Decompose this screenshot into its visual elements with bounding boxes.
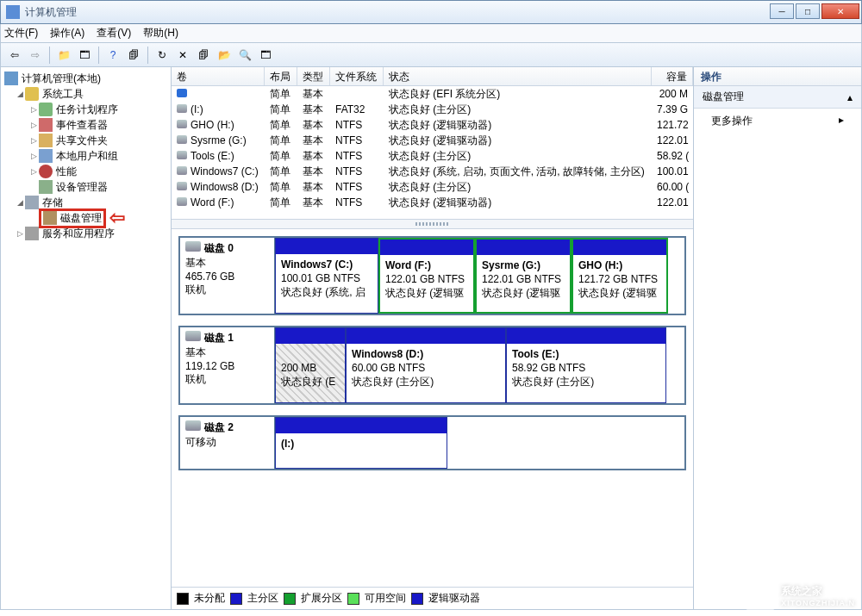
actions-header: 操作	[694, 67, 861, 86]
table-row[interactable]: 简单基本状态良好 (EFI 系统分区)200 M	[172, 86, 693, 102]
tree-systools[interactable]: ◢系统工具	[3, 86, 169, 102]
app-icon	[6, 5, 20, 19]
pane-splitter[interactable]	[172, 219, 693, 229]
delete-icon[interactable]: ✕	[174, 47, 191, 64]
disk-row[interactable]: 磁盘 0基本465.76 GB联机Windows7 (C:)100.01 GB …	[178, 236, 686, 315]
help-icon[interactable]: ?	[104, 47, 122, 64]
menu-action[interactable]: 操作(A)	[50, 26, 84, 40]
table-row[interactable]: Windows7 (C:)简单基本NTFS状态良好 (系统, 启动, 页面文件,…	[172, 164, 693, 179]
forward-button[interactable]: ⇨	[27, 47, 44, 64]
up-icon[interactable]: 📁	[55, 47, 72, 64]
disk-row[interactable]: 磁盘 2可移动(I:)	[178, 415, 686, 470]
props-icon[interactable]: 🗔	[76, 47, 93, 64]
partition[interactable]: (I:)	[275, 417, 447, 469]
chevron-right-icon: ▸	[839, 114, 844, 128]
disk-row[interactable]: 磁盘 1基本119.12 GB联机200 MB状态良好 (EWindows8 (…	[178, 326, 686, 405]
maximize-button[interactable]: □	[796, 3, 820, 19]
partition[interactable]: Tools (E:)58.92 GB NTFS状态良好 (主分区)	[506, 327, 666, 403]
legend: 未分配 主分区 扩展分区 可用空间 逻辑驱动器	[172, 587, 693, 609]
partition[interactable]: Windows8 (D:)60.00 GB NTFS状态良好 (主分区)	[346, 327, 506, 403]
col-layout[interactable]: 布局	[265, 67, 297, 85]
partition[interactable]: GHO (H:)121.72 GB NTFS状态良好 (逻辑驱	[572, 238, 668, 314]
tool2-icon[interactable]: 🗐	[195, 47, 212, 64]
table-row[interactable]: Word (F:)简单基本NTFS状态良好 (逻辑驱动器)122.01	[172, 195, 693, 210]
nav-tree[interactable]: 计算机管理(本地) ◢系统工具 ▷任务计划程序 ▷事件查看器 ▷共享文件夹 ▷本…	[1, 67, 172, 609]
tree-task[interactable]: ▷任务计划程序	[3, 102, 169, 117]
menu-view[interactable]: 查看(V)	[97, 26, 131, 40]
collapse-icon[interactable]: ▴	[847, 91, 853, 103]
col-volume[interactable]: 卷	[172, 67, 265, 85]
disk-layout-view[interactable]: 磁盘 0基本465.76 GB联机Windows7 (C:)100.01 GB …	[172, 229, 693, 587]
minimize-button[interactable]: ─	[770, 3, 794, 19]
refresh-icon[interactable]: ↻	[153, 47, 171, 64]
actions-more[interactable]: 更多操作▸	[694, 109, 861, 134]
col-type[interactable]: 类型	[297, 67, 330, 85]
titlebar: 计算机管理 ─ □ ✕	[0, 0, 862, 24]
tree-event[interactable]: ▷事件查看器	[3, 117, 169, 133]
table-row[interactable]: Sysrme (G:)简单基本NTFS状态良好 (逻辑驱动器)122.01	[172, 133, 693, 148]
menu-help[interactable]: 帮助(H)	[143, 26, 178, 40]
watermark-icon	[745, 580, 776, 611]
col-fs[interactable]: 文件系统	[330, 67, 384, 85]
volume-list[interactable]: 简单基本状态良好 (EFI 系统分区)200 M(I:)简单基本FAT32状态良…	[172, 86, 693, 219]
tree-device[interactable]: ▷设备管理器	[3, 179, 169, 195]
partition[interactable]: 200 MB状态良好 (E	[275, 327, 346, 403]
watermark: 系统之家 XITONGZHIJIA.N	[745, 580, 855, 611]
menu-file[interactable]: 文件(F)	[4, 26, 38, 40]
table-row[interactable]: Windows8 (D:)简单基本NTFS状态良好 (主分区)60.00 (	[172, 179, 693, 195]
col-capacity[interactable]: 容量	[652, 67, 693, 85]
toolbar: ⇦ ⇨ 📁 🗔 ? 🗐 ↻ ✕ 🗐 📂 🔍 🗔	[0, 43, 862, 67]
tree-perf[interactable]: ▷性能	[3, 164, 169, 179]
tree-services[interactable]: ▷服务和应用程序	[3, 226, 169, 241]
window-title: 计算机管理	[25, 5, 768, 20]
tree-users[interactable]: ▷本地用户和组	[3, 148, 169, 164]
search-icon[interactable]: 🔍	[236, 47, 253, 64]
back-button[interactable]: ⇦	[6, 47, 23, 64]
tree-share[interactable]: ▷共享文件夹	[3, 133, 169, 148]
list-icon[interactable]: 🗔	[257, 47, 274, 64]
actions-section[interactable]: 磁盘管理▴	[694, 86, 861, 109]
menubar: 文件(F) 操作(A) 查看(V) 帮助(H)	[0, 24, 862, 43]
tree-root[interactable]: 计算机管理(本地)	[3, 71, 169, 86]
tree-disk-mgmt[interactable]: ▷ 磁盘管理 ⇦	[3, 210, 169, 226]
partition[interactable]: Windows7 (C:)100.01 GB NTFS状态良好 (系统, 启	[275, 238, 378, 314]
actions-pane: 操作 磁盘管理▴ 更多操作▸	[694, 67, 861, 609]
close-button[interactable]: ✕	[821, 3, 859, 19]
partition[interactable]: Sysrme (G:)122.01 GB NTFS状态良好 (逻辑驱	[475, 238, 572, 314]
table-row[interactable]: Tools (E:)简单基本NTFS状态良好 (主分区)58.92 (	[172, 148, 693, 164]
center-pane: 卷 布局 类型 文件系统 状态 容量 简单基本状态良好 (EFI 系统分区)20…	[172, 67, 694, 609]
table-row[interactable]: GHO (H:)简单基本NTFS状态良好 (逻辑驱动器)121.72	[172, 117, 693, 133]
table-row[interactable]: (I:)简单基本FAT32状态良好 (主分区)7.39 G	[172, 102, 693, 117]
volume-list-header: 卷 布局 类型 文件系统 状态 容量	[172, 67, 693, 86]
partition[interactable]: Word (F:)122.01 GB NTFS状态良好 (逻辑驱	[378, 238, 475, 314]
col-status[interactable]: 状态	[384, 67, 652, 85]
folder-icon[interactable]: 📂	[216, 47, 233, 64]
tool-icon[interactable]: 🗐	[125, 47, 142, 64]
